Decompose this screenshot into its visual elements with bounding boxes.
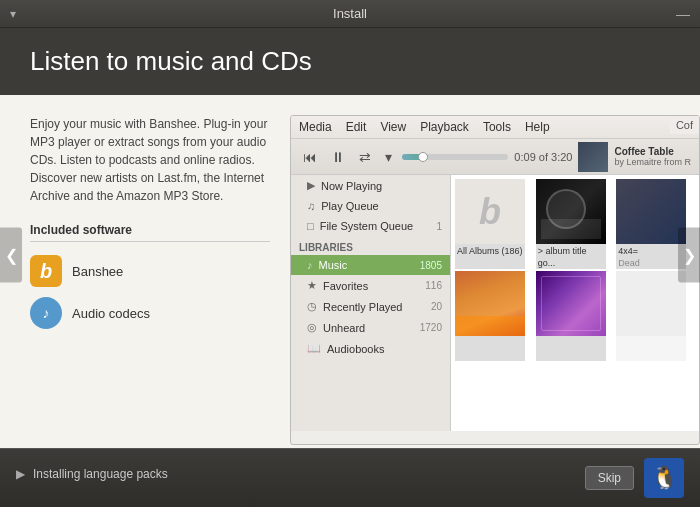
audio-software-name: Audio codecs [72, 306, 150, 321]
menu-view[interactable]: View [380, 120, 406, 134]
left-panel: Enjoy your music with Banshee. Plug-in y… [30, 115, 270, 428]
bottom-left: ▶ Installing language packs [16, 467, 575, 489]
playback-progress[interactable] [402, 154, 508, 160]
sidebar-label-music: Music [319, 259, 348, 271]
play-queue-icon: ♫ [307, 200, 315, 212]
sidebar-label-unheard: Unheard [323, 322, 365, 334]
music-count: 1805 [420, 260, 442, 271]
titlebar-dash[interactable]: — [676, 6, 690, 22]
titlebar-menu-arrow[interactable]: ▾ [10, 7, 16, 21]
bottom-bar: ▶ Installing language packs Skip 🐧 [0, 448, 700, 507]
now-playing-thumbnail [578, 142, 608, 172]
menu-help[interactable]: Help [525, 120, 550, 134]
progress-knob[interactable] [418, 152, 428, 162]
titlebar-title: Install [50, 6, 650, 21]
album-tile[interactable]: 4x4=Dead [616, 179, 686, 269]
sidebar-label-play-queue: Play Queue [321, 200, 378, 212]
app-menubar: Media Edit View Playback Tools Help [291, 116, 699, 139]
album-tile[interactable] [536, 271, 606, 361]
track-artist: by Lemaitre from R [614, 157, 691, 167]
sidebar-label-recently-played: Recently Played [323, 301, 403, 313]
sidebar-item-play-queue[interactable]: ♫ Play Queue [291, 196, 450, 216]
banshee-software-name: Banshee [72, 264, 123, 279]
sidebar-item-now-playing[interactable]: ▶ Now Playing [291, 175, 450, 196]
shuffle-dropdown[interactable]: ▾ [381, 147, 396, 167]
sidebar-label-file-system: File System Queue [320, 220, 414, 232]
app-content: b All Albums (186) > album title go...Va… [451, 175, 699, 431]
favorites-count: 116 [425, 280, 442, 291]
tux-icon: 🐧 [651, 465, 678, 491]
album-cover-sunset [455, 271, 525, 336]
album-label-dark: > album title go...Various artists [536, 244, 606, 269]
time-display: 0:09 of 3:20 [514, 151, 572, 163]
album-cover-empty [616, 271, 686, 336]
unheard-count: 1720 [420, 322, 442, 333]
pause-button[interactable]: ⏸ [327, 147, 349, 167]
titlebar-left: ▾ [10, 7, 50, 21]
sidebar-item-file-system[interactable]: □ File System Queue 1 [291, 216, 450, 236]
album-tile[interactable] [455, 271, 525, 361]
sidebar-item-audiobooks[interactable]: 📖 Audiobooks [291, 338, 450, 359]
album-cover-partial [616, 179, 686, 244]
album-label-purple [536, 336, 606, 340]
album-tile[interactable] [616, 271, 686, 361]
sidebar-label-audiobooks: Audiobooks [327, 343, 385, 355]
page-body: Enjoy your music with Banshee. Plug-in y… [0, 95, 700, 448]
app-main: ▶ Now Playing ♫ Play Queue □ File System… [291, 175, 699, 431]
app-window: Cof Media Edit View Playback Tools Help … [290, 115, 700, 445]
app-toolbar: ⏮ ⏸ ⇄ ▾ 0:09 of 3:20 Coffee Table by Lem… [291, 139, 699, 175]
skip-back-button[interactable]: ⏮ [299, 147, 321, 167]
right-panel: Cof Media Edit View Playback Tools Help … [290, 115, 680, 428]
list-item: b Banshee [30, 250, 270, 292]
menu-edit[interactable]: Edit [346, 120, 367, 134]
sidebar-label-now-playing: Now Playing [321, 180, 382, 192]
nav-arrow-right[interactable]: ❯ [678, 228, 700, 283]
menu-tools[interactable]: Tools [483, 120, 511, 134]
album-cover-purple [536, 271, 606, 336]
status-text: Installing language packs [33, 467, 575, 481]
album-label-sunset [455, 336, 525, 340]
list-item: ♪ Audio codecs [30, 292, 270, 334]
sidebar-item-unheard[interactable]: ◎ Unheard 1720 [291, 317, 450, 338]
corner-label: Cof [670, 116, 699, 134]
track-title: Coffee Table [614, 146, 691, 157]
titlebar-right: — [650, 6, 690, 22]
main-content: Listen to music and CDs Enjoy your music… [0, 28, 700, 448]
app-sidebar: ▶ Now Playing ♫ Play Queue □ File System… [291, 175, 451, 431]
software-list: b Banshee ♪ Audio codecs [30, 250, 270, 334]
banshee-icon: b [30, 255, 62, 287]
album-tile[interactable]: > album title go...Various artists [536, 179, 606, 269]
status-row: ▶ Installing language packs [16, 467, 575, 481]
titlebar: ▾ Install — [0, 0, 700, 28]
audio-icon: ♪ [30, 297, 62, 329]
album-tile[interactable]: b All Albums (186) [455, 179, 525, 269]
file-system-count: 1 [436, 221, 442, 232]
album-label-all: All Albums (186) [455, 244, 525, 260]
sidebar-label-favorites: Favorites [323, 280, 368, 292]
album-label-partial: 4x4=Dead [616, 244, 686, 269]
libraries-section-label: Libraries [291, 236, 450, 255]
sidebar-item-favorites[interactable]: ★ Favorites 116 [291, 275, 450, 296]
nav-arrow-left[interactable]: ❮ [0, 228, 22, 283]
recently-played-icon: ◷ [307, 300, 317, 313]
shuffle-button[interactable]: ⇄ [355, 147, 375, 167]
page-header: Listen to music and CDs [0, 28, 700, 95]
album-grid: b All Albums (186) > album title go...Va… [451, 175, 699, 365]
favorites-icon: ★ [307, 279, 317, 292]
play-indicator-icon: ▶ [16, 467, 25, 481]
menu-media[interactable]: Media [299, 120, 332, 134]
page-title: Listen to music and CDs [30, 46, 670, 77]
now-playing-icon: ▶ [307, 179, 315, 192]
album-cover-all: b [455, 179, 525, 244]
audiobooks-icon: 📖 [307, 342, 321, 355]
music-icon: ♪ [307, 259, 313, 271]
menu-playback[interactable]: Playback [420, 120, 469, 134]
sidebar-item-recently-played[interactable]: ◷ Recently Played 20 [291, 296, 450, 317]
banshee-icon-symbol: b [40, 260, 52, 283]
skip-button[interactable]: Skip [585, 466, 634, 490]
tux-logo: 🐧 [644, 458, 684, 498]
recently-played-count: 20 [431, 301, 442, 312]
unheard-icon: ◎ [307, 321, 317, 334]
sidebar-item-music[interactable]: ♪ Music 1805 [291, 255, 450, 275]
audio-icon-symbol: ♪ [43, 305, 50, 321]
